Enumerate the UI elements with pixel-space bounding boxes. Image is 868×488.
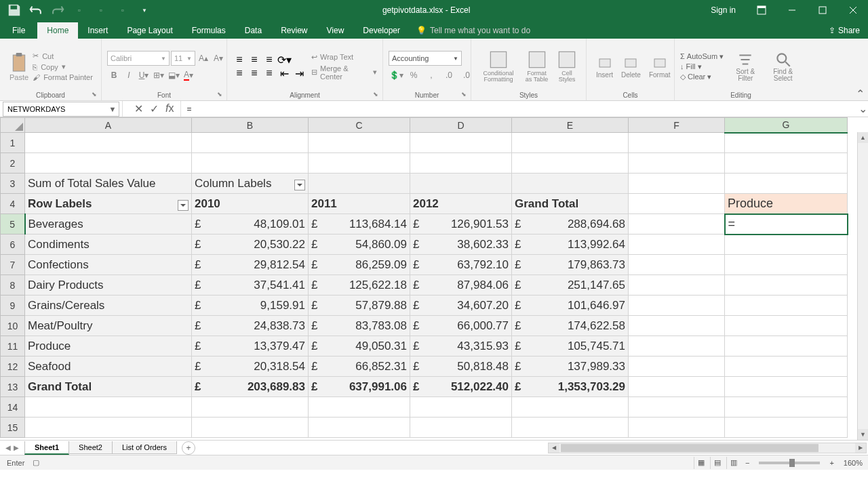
cell-E15[interactable]: [512, 418, 629, 438]
tab-review[interactable]: Review: [271, 22, 317, 39]
page-layout-view-icon[interactable]: ▤: [710, 457, 725, 469]
cell-G12[interactable]: [725, 357, 848, 377]
qat-icon-2[interactable]: ▫: [94, 3, 108, 18]
cell[interactable]: £20,318.54: [192, 357, 309, 377]
font-size-select[interactable]: 11▼: [171, 51, 195, 66]
cell[interactable]: £83,783.08: [309, 316, 410, 336]
sign-in-link[interactable]: Sign in: [701, 5, 746, 15]
conditional-formatting-button[interactable]: Conditional Formatting: [477, 50, 520, 83]
cell-year-2[interactable]: 2012: [410, 194, 512, 214]
cell[interactable]: £101,646.97: [512, 296, 629, 316]
col-header-F[interactable]: F: [629, 118, 725, 133]
accounting-format-icon[interactable]: 💲▾: [389, 68, 403, 82]
tab-developer[interactable]: Developer: [353, 22, 410, 39]
format-as-table-button[interactable]: Format as Table: [520, 50, 553, 83]
minimize-button[interactable]: [776, 0, 807, 20]
scroll-thumb[interactable]: [561, 444, 818, 452]
macro-record-icon[interactable]: ▢: [33, 458, 39, 467]
cell[interactable]: £37,541.41: [192, 275, 309, 296]
ribbon-options-icon[interactable]: [746, 0, 776, 20]
col-header-D[interactable]: D: [410, 118, 512, 133]
row-header-1[interactable]: 1: [1, 133, 25, 153]
cell-E4[interactable]: Grand Total: [512, 194, 629, 214]
worksheet-grid[interactable]: ABCDEFG123Sum of Total Sales ValueColumn…: [0, 117, 868, 440]
cell-A2[interactable]: [25, 153, 192, 174]
cell-C2[interactable]: [309, 153, 410, 174]
scroll-right-icon[interactable]: ▶: [855, 443, 866, 453]
cell-E14[interactable]: [512, 397, 629, 418]
close-button[interactable]: [837, 0, 868, 20]
italic-button[interactable]: I: [122, 68, 136, 82]
cell[interactable]: £9,159.91: [192, 296, 309, 316]
name-box[interactable]: NETWORKDAYS ▼: [3, 102, 119, 117]
clipboard-launcher-icon[interactable]: ⬊: [92, 91, 100, 99]
share-button[interactable]: ⇪ Share: [821, 22, 868, 39]
cell[interactable]: £87,984.06: [410, 275, 512, 296]
cell-B14[interactable]: [192, 397, 309, 418]
cell-A10[interactable]: Meat/Poultry: [25, 316, 192, 336]
find-select-button[interactable]: Find & Select: [764, 51, 802, 82]
cell-D14[interactable]: [410, 397, 512, 418]
row-header-7[interactable]: 7: [1, 255, 25, 275]
scroll-down-icon[interactable]: ▼: [858, 429, 868, 440]
cell-G13[interactable]: [725, 377, 848, 397]
undo-icon[interactable]: [28, 3, 43, 18]
cell-A4[interactable]: Row Labels: [25, 194, 192, 214]
normal-view-icon[interactable]: ▦: [694, 457, 709, 469]
cell[interactable]: £512,022.40: [410, 377, 512, 397]
row-header-9[interactable]: 9: [1, 296, 25, 316]
cell-B1[interactable]: [192, 133, 309, 153]
row-header-11[interactable]: 11: [1, 336, 25, 357]
cell[interactable]: £179,863.73: [512, 255, 629, 275]
cell-B2[interactable]: [192, 153, 309, 174]
cell-F12[interactable]: [629, 357, 725, 377]
cell-year-1[interactable]: 2011: [309, 194, 410, 214]
cell-C1[interactable]: [309, 133, 410, 153]
sheet-tab-2[interactable]: Sheet2: [68, 441, 113, 454]
cell[interactable]: £113,684.14: [309, 214, 410, 235]
cell[interactable]: £57,879.88: [309, 296, 410, 316]
cell-B3[interactable]: Column Labels: [192, 174, 309, 194]
row-header-8[interactable]: 8: [1, 275, 25, 296]
row-header-3[interactable]: 3: [1, 174, 25, 194]
cell-F2[interactable]: [629, 153, 725, 174]
cell[interactable]: £1,353,703.29: [512, 377, 629, 397]
qat-dropdown-icon[interactable]: ▼: [137, 3, 152, 18]
autosum-button[interactable]: ΣAutoSum ▾: [680, 52, 724, 61]
cell-A8[interactable]: Dairy Products: [25, 275, 192, 296]
row-header-12[interactable]: 12: [1, 357, 25, 377]
tab-view[interactable]: View: [317, 22, 354, 39]
cell-D1[interactable]: [410, 133, 512, 153]
cut-button[interactable]: ✂Cut: [33, 52, 93, 60]
cell[interactable]: £86,259.09: [309, 255, 410, 275]
comma-format-icon[interactable]: ,: [424, 68, 439, 82]
cell-F3[interactable]: [629, 174, 725, 194]
number-format-select[interactable]: Accounting▼: [389, 51, 462, 66]
clear-button[interactable]: ◇Clear ▾: [680, 73, 724, 81]
cell-F10[interactable]: [629, 316, 725, 336]
font-name-select[interactable]: Calibri▼: [107, 51, 170, 66]
horizontal-scrollbar[interactable]: ◀ ▶: [548, 443, 867, 453]
cell[interactable]: £63,792.10: [410, 255, 512, 275]
cell-styles-button[interactable]: Cell Styles: [553, 50, 580, 83]
zoom-slider[interactable]: [759, 462, 820, 464]
cell-F14[interactable]: [629, 397, 725, 418]
cell-F6[interactable]: [629, 235, 725, 255]
zoom-level[interactable]: 160%: [838, 459, 863, 467]
enter-formula-icon[interactable]: ✓: [150, 102, 159, 115]
cell-A15[interactable]: [25, 418, 192, 438]
cell[interactable]: £50,818.48: [410, 357, 512, 377]
cell[interactable]: £126,901.53: [410, 214, 512, 235]
copy-button[interactable]: ⎘Copy ▾: [33, 62, 93, 71]
qat-icon-1[interactable]: ▫: [72, 3, 87, 18]
cell-A6[interactable]: Condiments: [25, 235, 192, 255]
tab-insert[interactable]: Insert: [78, 22, 117, 39]
cell-D2[interactable]: [410, 153, 512, 174]
formula-bar[interactable]: =: [180, 101, 857, 117]
collapse-ribbon-icon[interactable]: ⌃: [854, 88, 865, 99]
cell-F1[interactable]: [629, 133, 725, 153]
wrap-text-button[interactable]: ↩Wrap Text: [311, 53, 377, 62]
delete-cells-button[interactable]: Delete: [617, 55, 645, 79]
col-header-C[interactable]: C: [309, 118, 410, 133]
cell-F13[interactable]: [629, 377, 725, 397]
